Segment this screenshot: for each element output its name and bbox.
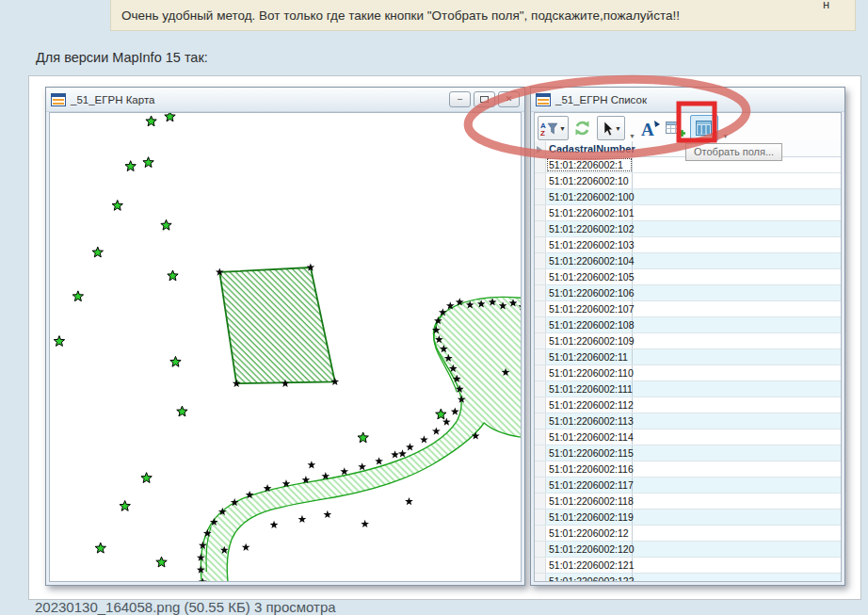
vertex-star-marker[interactable] bbox=[361, 520, 369, 527]
row-selector[interactable] bbox=[535, 221, 546, 236]
table-row[interactable]: 51:01:2206002:105 bbox=[535, 269, 841, 285]
select-all-corner[interactable] bbox=[535, 141, 546, 156]
vertex-star-marker[interactable] bbox=[270, 521, 279, 528]
column-header[interactable]: CadastralNumber bbox=[546, 141, 633, 156]
toolbar-overflow-icon[interactable]: ▼ bbox=[629, 133, 635, 139]
row-selector[interactable] bbox=[535, 333, 546, 348]
row-selector[interactable] bbox=[535, 429, 546, 445]
row-selector[interactable] bbox=[535, 461, 546, 477]
row-selector[interactable] bbox=[535, 365, 546, 380]
vertex-star-marker[interactable] bbox=[451, 408, 459, 415]
table-row[interactable]: 51:01:2206002:112 bbox=[535, 397, 841, 413]
cadastral-number-cell[interactable]: 51:01:2206002:106 bbox=[546, 285, 633, 300]
cadastral-number-cell[interactable]: 51:01:2206002:104 bbox=[546, 253, 633, 268]
map-window-titlebar[interactable]: _51_ЕГРН Карта – ✕ bbox=[46, 88, 524, 112]
select-tool-button[interactable]: ▼ bbox=[597, 116, 625, 140]
cadastral-number-cell[interactable]: 51:01:2206002:11 bbox=[546, 349, 633, 364]
point-star-marker[interactable] bbox=[168, 270, 178, 281]
list-window-titlebar[interactable]: _51_ЕГРН Список bbox=[531, 88, 844, 112]
row-selector[interactable] bbox=[535, 285, 546, 300]
point-star-marker[interactable] bbox=[72, 291, 83, 301]
add-to-table-button[interactable] bbox=[665, 117, 687, 139]
cadastral-number-cell[interactable]: 51:01:2206002:109 bbox=[546, 333, 633, 348]
table-row[interactable]: 51:01:2206002:11 bbox=[535, 349, 841, 365]
vertex-star-marker[interactable] bbox=[406, 443, 414, 450]
point-star-marker[interactable] bbox=[177, 406, 187, 416]
table-row[interactable]: 51:01:2206002:111 bbox=[535, 381, 841, 397]
table-row[interactable]: 51:01:2206002:109 bbox=[535, 333, 841, 349]
row-selector[interactable] bbox=[535, 477, 546, 493]
point-star-marker[interactable] bbox=[165, 113, 175, 121]
cadastral-number-cell[interactable]: 51:01:2206002:10 bbox=[546, 173, 633, 188]
table-row[interactable]: 51:01:2206002:101 bbox=[535, 205, 841, 221]
table-row[interactable]: 51:01:2206002:103 bbox=[535, 237, 841, 253]
cadastral-number-cell[interactable]: 51:01:2206002:111 bbox=[546, 381, 633, 397]
cadastral-number-cell[interactable]: 51:01:2206002:117 bbox=[546, 477, 633, 493]
maximize-button[interactable] bbox=[474, 91, 495, 107]
sort-filter-button[interactable]: A Z ▼ bbox=[538, 116, 569, 140]
vertex-star-marker[interactable] bbox=[242, 543, 250, 551]
point-star-marker[interactable] bbox=[156, 557, 167, 567]
row-selector[interactable] bbox=[535, 558, 546, 573]
row-selector[interactable] bbox=[535, 542, 546, 557]
cadastral-number-cell[interactable]: 51:01:2206002:115 bbox=[546, 445, 633, 461]
cadastral-number-cell[interactable]: 51:01:2206002:102 bbox=[546, 221, 633, 236]
row-selector[interactable] bbox=[535, 205, 546, 220]
vertex-star-marker[interactable] bbox=[391, 450, 399, 458]
cadastral-number-cell[interactable]: 51:01:2206002:118 bbox=[546, 494, 633, 509]
refresh-button[interactable] bbox=[571, 117, 594, 139]
point-star-marker[interactable] bbox=[54, 336, 64, 347]
point-star-marker[interactable] bbox=[170, 356, 181, 366]
table-row[interactable]: 51:01:2206002:120 bbox=[535, 542, 841, 558]
table-row[interactable]: 51:01:2206002:10 bbox=[535, 173, 841, 189]
cadastral-number-cell[interactable]: 51:01:2206002:1 bbox=[546, 157, 633, 172]
row-selector[interactable] bbox=[535, 397, 546, 413]
table-row[interactable]: 51:01:2206002:107 bbox=[535, 301, 841, 317]
vertex-star-marker[interactable] bbox=[358, 462, 366, 470]
vertex-star-marker[interactable] bbox=[308, 461, 316, 468]
point-star-marker[interactable] bbox=[161, 219, 171, 230]
point-star-marker[interactable] bbox=[120, 501, 130, 511]
cadastral-number-cell[interactable]: 51:01:2206002:116 bbox=[546, 461, 633, 477]
cadastral-number-cell[interactable]: 51:01:2206002:101 bbox=[546, 205, 633, 220]
row-selector[interactable] bbox=[535, 494, 546, 509]
map-view[interactable] bbox=[49, 112, 522, 582]
cadastral-number-cell[interactable]: 51:01:2206002:119 bbox=[546, 510, 633, 525]
table-row[interactable]: 51:01:2206002:102 bbox=[535, 221, 841, 237]
table-row[interactable]: 51:01:2206002:110 bbox=[535, 365, 841, 381]
toolbar-overflow-icon[interactable]: ▼ bbox=[722, 133, 729, 139]
vertex-star-marker[interactable] bbox=[375, 457, 383, 464]
row-selector[interactable] bbox=[535, 445, 546, 461]
cadastral-number-cell[interactable]: 51:01:2206002:107 bbox=[546, 301, 633, 316]
vertex-star-marker[interactable] bbox=[420, 435, 428, 443]
row-selector[interactable] bbox=[535, 269, 546, 284]
table-row[interactable]: 51:01:2206002:116 bbox=[535, 461, 841, 477]
row-selector[interactable] bbox=[535, 189, 546, 204]
table-row[interactable]: 51:01:2206002:113 bbox=[535, 413, 841, 429]
map-canvas[interactable] bbox=[50, 113, 521, 581]
pick-fields-button[interactable] bbox=[690, 115, 718, 141]
font-style-button[interactable]: A bbox=[639, 117, 662, 139]
cadastral-number-cell[interactable]: 51:01:2206002:122 bbox=[546, 574, 633, 581]
table-row[interactable]: 51:01:2206002:118 bbox=[535, 494, 841, 510]
vertex-star-marker[interactable] bbox=[398, 449, 407, 457]
table-row[interactable]: 51:01:2206002:100 bbox=[535, 189, 841, 205]
point-star-marker[interactable] bbox=[143, 157, 153, 168]
cadastral-number-cell[interactable]: 51:01:2206002:103 bbox=[546, 237, 633, 252]
row-selector[interactable] bbox=[535, 317, 546, 332]
row-selector[interactable] bbox=[535, 381, 546, 397]
point-star-marker[interactable] bbox=[146, 116, 156, 126]
row-selector[interactable] bbox=[535, 349, 546, 364]
table-row[interactable]: 51:01:2206002:121 bbox=[535, 558, 841, 574]
table-row[interactable]: 51:01:2206002:104 bbox=[535, 253, 841, 269]
table-row[interactable]: 51:01:2206002:115 bbox=[535, 445, 841, 461]
table-row[interactable]: 51:01:2206002:117 bbox=[535, 477, 841, 494]
table-row[interactable]: 51:01:2206002:114 bbox=[535, 429, 841, 445]
cadastral-number-cell[interactable]: 51:01:2206002:12 bbox=[546, 526, 633, 541]
point-star-marker[interactable] bbox=[125, 161, 136, 171]
point-star-marker[interactable] bbox=[95, 542, 105, 553]
table-row[interactable]: 51:01:2206002:106 bbox=[535, 285, 841, 301]
row-selector[interactable] bbox=[535, 510, 546, 525]
cadastral-number-cell[interactable]: 51:01:2206002:110 bbox=[546, 365, 633, 380]
row-selector[interactable] bbox=[535, 413, 546, 429]
